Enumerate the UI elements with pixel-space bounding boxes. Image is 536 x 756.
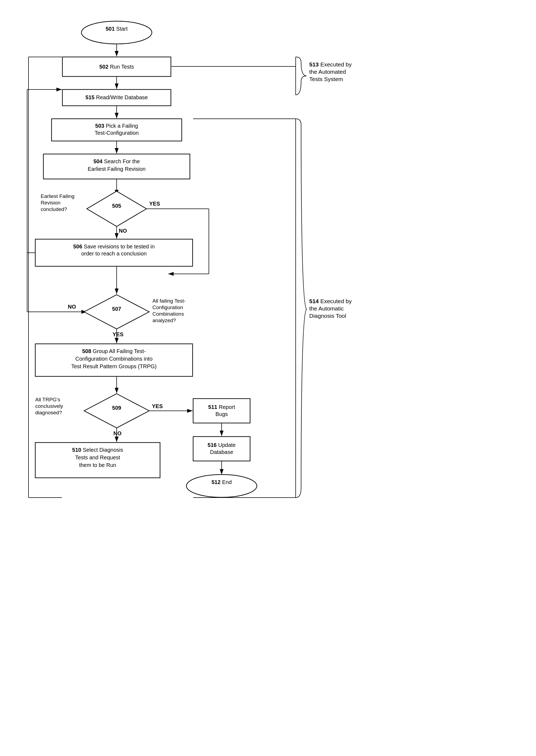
svg-text:All TRPG's: All TRPG's bbox=[35, 397, 60, 402]
svg-marker-18 bbox=[87, 191, 147, 226]
svg-text:Test-Configuration: Test-Configuration bbox=[95, 130, 139, 136]
svg-text:512
       End: 512 End bbox=[212, 479, 232, 485]
svg-text:them to be Run: them to be Run bbox=[79, 462, 117, 468]
svg-text:NO: NO bbox=[114, 430, 121, 436]
svg-text:Configuration: Configuration bbox=[152, 304, 183, 310]
svg-text:the Automatic: the Automatic bbox=[309, 305, 344, 312]
svg-text:Revision: Revision bbox=[41, 200, 60, 205]
svg-text:YES: YES bbox=[152, 403, 163, 409]
svg-text:510
       Select Diagnosis: 510 Select Diagnosis bbox=[72, 447, 123, 453]
svg-text:503
       Pick a Failing: 503 Pick a Failing bbox=[95, 123, 138, 129]
svg-point-1 bbox=[82, 21, 152, 44]
svg-text:516
       Update: 516 Update bbox=[208, 442, 235, 448]
svg-text:507: 507 bbox=[112, 306, 121, 312]
svg-text:YES: YES bbox=[113, 331, 123, 337]
svg-text:514
       Executed by: 514 Executed by bbox=[309, 298, 352, 304]
svg-text:analyzed?: analyzed? bbox=[152, 318, 176, 323]
svg-text:NO: NO bbox=[68, 304, 76, 310]
svg-text:511
       Report: 511 Report bbox=[208, 404, 235, 410]
svg-text:Bugs: Bugs bbox=[216, 411, 228, 417]
svg-text:Database: Database bbox=[210, 449, 233, 455]
svg-text:Configuration Combinations int: Configuration Combinations into bbox=[75, 356, 153, 362]
svg-text:Earliest Failing: Earliest Failing bbox=[41, 193, 75, 199]
svg-text:508
       Group All Failing T: 508 Group All Failing Test- bbox=[82, 348, 146, 354]
svg-text:YES: YES bbox=[149, 201, 160, 206]
svg-text:Test Result Pattern Groups (TR: Test Result Pattern Groups (TRPG) bbox=[71, 363, 157, 369]
svg-text:Combinations: Combinations bbox=[152, 311, 184, 317]
svg-marker-36 bbox=[84, 295, 149, 329]
svg-text:505: 505 bbox=[112, 203, 121, 209]
svg-text:diagnosed?: diagnosed? bbox=[35, 410, 62, 415]
flowchart-svg: 501 Start 502 Run Tests 515 Read/Write D… bbox=[14, 11, 536, 756]
svg-text:504
       Search For the: 504 Search For the bbox=[93, 158, 140, 164]
svg-text:Earliest Failing Revision: Earliest Failing Revision bbox=[87, 166, 146, 172]
svg-text:NO: NO bbox=[119, 228, 127, 234]
svg-text:509: 509 bbox=[112, 405, 121, 411]
svg-text:501
       Start: 501 Start bbox=[106, 26, 128, 32]
svg-text:the Automated: the Automated bbox=[309, 69, 346, 75]
svg-text:502
       Run Tests: 502 Run Tests bbox=[99, 64, 134, 70]
svg-marker-53 bbox=[84, 394, 149, 428]
page: 501 Start 502 Run Tests 515 Read/Write D… bbox=[0, 0, 536, 756]
svg-text:order to reach a conclusion: order to reach a conclusion bbox=[81, 251, 147, 257]
svg-text:515
       Read/Write Database: 515 Read/Write Database bbox=[85, 94, 148, 100]
svg-text:513
       Executed by: 513 Executed by bbox=[309, 61, 352, 68]
svg-text:concluded?: concluded? bbox=[41, 206, 67, 212]
svg-text:conclusively: conclusively bbox=[35, 403, 63, 409]
svg-rect-61 bbox=[193, 398, 250, 423]
svg-text:Diagnosis Tool: Diagnosis Tool bbox=[309, 313, 346, 319]
svg-text:Tests System: Tests System bbox=[309, 76, 343, 82]
svg-text:Tests and Request: Tests and Request bbox=[75, 455, 120, 460]
svg-rect-65 bbox=[193, 437, 250, 461]
svg-text:506
       Save revisions to b: 506 Save revisions to be tested in bbox=[73, 243, 154, 249]
svg-point-69 bbox=[186, 475, 257, 497]
svg-text:All failing Test-: All failing Test- bbox=[152, 298, 185, 304]
